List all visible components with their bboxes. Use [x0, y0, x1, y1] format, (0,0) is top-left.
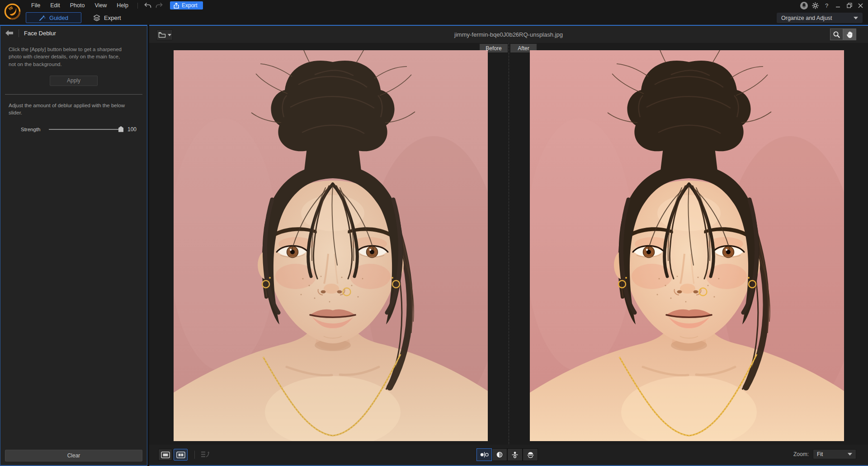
tab-guided-label: Guided	[49, 14, 68, 21]
open-folder-button[interactable]	[156, 29, 173, 40]
zoom-tool-button[interactable]	[830, 29, 843, 40]
workspace-tab-row: Guided Expert Organize and Adjust	[0, 11, 868, 25]
face-deblur-panel: Face Deblur Click the [Apply] button bel…	[0, 25, 147, 466]
undo-button[interactable]	[142, 0, 154, 10]
close-button[interactable]	[855, 0, 866, 10]
tab-expert[interactable]: Expert	[89, 12, 126, 23]
export-icon	[174, 3, 179, 9]
panel-title: Face Deblur	[24, 30, 56, 37]
restore-button[interactable]	[844, 0, 855, 10]
strength-slider-track[interactable]	[49, 129, 121, 130]
application-window: File Edit Photo View Help Export	[0, 0, 868, 466]
canvas-footer: Zoom: Fit	[149, 445, 868, 465]
after-label: After	[518, 45, 529, 52]
menu-edit[interactable]: Edit	[45, 0, 65, 11]
view-tools	[830, 29, 856, 40]
menu-photo[interactable]: Photo	[65, 0, 90, 11]
redo-button[interactable]	[154, 0, 165, 10]
open-filename: jimmy-fermin-bqe0J0b26RQ-unsplash.jpg	[149, 26, 868, 43]
bell-icon	[800, 2, 808, 10]
photo-after[interactable]	[530, 50, 844, 441]
toolbar-separator	[137, 3, 138, 9]
split-vertical-icon	[496, 452, 503, 458]
tab-guided[interactable]: Guided	[26, 12, 81, 23]
menu-bar: File Edit Photo View Help	[26, 0, 133, 11]
canvas-header: jimmy-fermin-bqe0J0b26RQ-unsplash.jpg	[149, 26, 868, 43]
single-view-icon	[161, 452, 170, 458]
compare-mode-cluster	[476, 448, 538, 461]
zoom-chevron-down-icon	[848, 453, 852, 456]
side-by-side-icon	[480, 452, 489, 458]
footer-separator	[194, 451, 195, 459]
side-by-side-button[interactable]	[476, 448, 492, 461]
gear-icon	[811, 2, 819, 10]
clear-button[interactable]: Clear	[5, 450, 142, 461]
strength-slider-row: Strength 100	[0, 126, 147, 133]
export-label: Export	[182, 2, 198, 9]
title-bar: File Edit Photo View Help Export	[0, 0, 868, 11]
tab-expert-label: Expert	[104, 14, 121, 21]
photo-before[interactable]	[174, 50, 488, 441]
zoom-label: Zoom:	[793, 451, 809, 457]
top-bottom-icon	[511, 452, 519, 458]
panel-divider	[5, 94, 142, 95]
compare-divider[interactable]	[509, 43, 509, 445]
close-icon	[858, 3, 863, 8]
minimize-button[interactable]	[832, 0, 844, 10]
panel-description: Click the [Apply] button below to get a …	[9, 46, 127, 68]
minimize-icon	[835, 3, 840, 8]
notifications-button[interactable]	[798, 0, 810, 10]
chevron-down-icon	[854, 17, 858, 19]
split-vertical-button[interactable]	[492, 448, 507, 461]
slider-hint-text: Adjust the amount of deblur applied with…	[9, 102, 127, 117]
workspace-selector-dropdown[interactable]: Organize and Adjust	[777, 13, 863, 23]
hand-icon	[846, 31, 854, 38]
compare-view-button[interactable]	[174, 449, 188, 461]
zoom-level-dropdown[interactable]: Fit	[813, 449, 856, 459]
strength-value: 100	[127, 126, 137, 133]
split-view-icon	[176, 452, 185, 458]
pan-tool-button[interactable]	[843, 29, 856, 40]
zoom-control: Zoom: Fit	[793, 449, 856, 459]
zoom-level-value: Fit	[817, 451, 823, 457]
folder-dropdown-chevron-icon	[168, 34, 171, 36]
menu-view[interactable]: View	[90, 0, 112, 11]
image-stage: Before After	[149, 43, 868, 445]
split-horizontal-icon	[527, 452, 534, 458]
canvas-area: jimmy-fermin-bqe0J0b26RQ-unsplash.jpg Be…	[149, 25, 868, 466]
magnifier-icon	[833, 31, 840, 38]
settings-button[interactable]	[810, 0, 821, 10]
folder-icon	[158, 32, 166, 38]
restore-icon	[847, 3, 852, 8]
menu-help[interactable]: Help	[112, 0, 133, 11]
split-horizontal-button[interactable]	[523, 448, 538, 461]
view-mode-cluster	[158, 449, 210, 461]
panel-header: Face Deblur	[0, 27, 147, 39]
undo-icon	[144, 2, 151, 9]
export-button[interactable]: Export	[170, 1, 203, 10]
top-bottom-button[interactable]	[507, 448, 523, 461]
batch-stack-icon	[200, 451, 210, 459]
app-logo-icon	[4, 3, 21, 20]
help-button[interactable]: ?	[821, 0, 832, 10]
strength-label: Strength	[21, 127, 44, 132]
workspace-selector-value: Organize and Adjust	[781, 15, 832, 21]
titlebar-right-controls: ?	[798, 0, 868, 10]
redo-icon	[156, 2, 163, 9]
back-arrow-icon[interactable]	[5, 30, 14, 36]
before-label: Before	[486, 45, 501, 52]
help-icon: ?	[825, 2, 828, 9]
apply-button[interactable]: Apply	[50, 76, 98, 86]
header-separator	[19, 29, 19, 37]
single-view-button[interactable]	[158, 449, 172, 461]
layers-icon	[93, 14, 100, 21]
magic-wand-icon	[39, 14, 46, 21]
menu-file[interactable]: File	[26, 0, 45, 11]
strength-slider-handle[interactable]	[118, 126, 123, 132]
